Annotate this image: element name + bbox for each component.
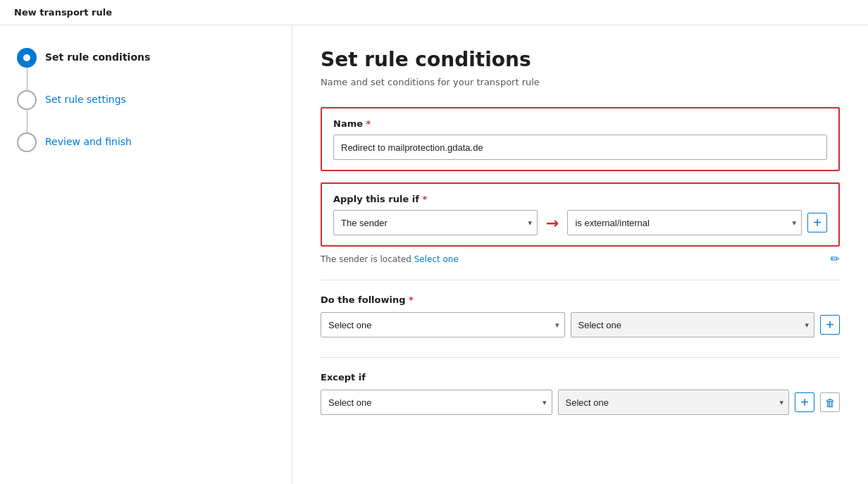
- hint-row: The sender is located Select one ✏: [321, 252, 840, 266]
- name-required-star: *: [363, 118, 371, 129]
- sender-select[interactable]: The sender: [333, 210, 538, 235]
- condition-select[interactable]: is external/internal: [567, 210, 802, 235]
- do-select-2[interactable]: Select one: [571, 312, 815, 337]
- do-following-row: Select one ▾ Select one ▾ +: [321, 312, 840, 337]
- name-input[interactable]: [333, 135, 827, 160]
- except-select-1[interactable]: Select one: [321, 390, 552, 415]
- name-field-label: Name *: [333, 118, 827, 129]
- step-circle-3: [17, 132, 37, 152]
- step-label-3[interactable]: Review and finish: [45, 132, 132, 149]
- page-title: Set rule conditions: [321, 48, 840, 71]
- except-select1-wrapper: Select one ▾: [321, 390, 552, 415]
- except-select2-wrapper: Select one ▾: [558, 390, 790, 415]
- content-area: Set rule conditions Name and set conditi…: [292, 25, 868, 484]
- select-one-link[interactable]: Select one: [414, 254, 459, 264]
- step-item-1: Set rule conditions: [17, 48, 275, 68]
- step-item-3: Review and finish: [17, 132, 275, 152]
- step-item-2: Set rule settings: [17, 90, 275, 110]
- except-if-label: Except if: [321, 372, 840, 383]
- name-section-box: Name *: [321, 107, 840, 171]
- do-following-section: Do the following * Select one ▾ Select o…: [321, 294, 840, 337]
- step-label-1: Set rule conditions: [45, 48, 150, 65]
- except-if-row: Select one ▾ Select one ▾ + 🗑: [321, 390, 840, 415]
- app-container: New transport rule Set rule conditions S…: [0, 0, 868, 484]
- divider-2: [321, 357, 840, 358]
- main-layout: Set rule conditions Set rule settings Re…: [0, 25, 868, 484]
- except-if-plus-button[interactable]: +: [795, 392, 814, 412]
- connector-2: [27, 110, 27, 132]
- step-circle-2: [17, 90, 37, 110]
- title-bar: New transport rule: [0, 0, 868, 25]
- step-circle-1: [17, 48, 37, 68]
- apply-rule-plus-button[interactable]: +: [807, 213, 827, 232]
- do-select-1[interactable]: Select one: [321, 312, 565, 337]
- stepper: Set rule conditions Set rule settings Re…: [17, 48, 275, 152]
- apply-rule-label: Apply this rule if *: [333, 194, 827, 204]
- step-label-2[interactable]: Set rule settings: [45, 90, 126, 107]
- page-subtitle: Name and set conditions for your transpo…: [321, 77, 840, 87]
- do-following-label: Do the following *: [321, 294, 840, 305]
- condition-select-wrapper: is external/internal ▾: [567, 210, 802, 235]
- rule-row: The sender ▾ → is external/internal ▾: [333, 210, 827, 235]
- do-select2-wrapper: Select one ▾: [571, 312, 815, 337]
- sidebar: Set rule conditions Set rule settings Re…: [0, 25, 292, 484]
- except-if-section: Except if Select one ▾ Select one ▾: [321, 372, 840, 415]
- except-if-trash-button[interactable]: 🗑: [820, 392, 840, 412]
- edit-icon[interactable]: ✏: [831, 252, 840, 266]
- connector-1: [27, 68, 27, 90]
- apply-rule-section: Apply this rule if * The sender ▾ →: [321, 182, 840, 247]
- divider-1: [321, 280, 840, 280]
- do-following-plus-button[interactable]: +: [820, 315, 840, 335]
- do-following-required-star: *: [406, 294, 414, 305]
- except-select-2[interactable]: Select one: [558, 390, 790, 415]
- arrow-icon: →: [546, 214, 559, 232]
- sender-select-wrapper: The sender ▾: [333, 210, 538, 235]
- app-title: New transport rule: [14, 7, 112, 18]
- apply-rule-required-star: *: [419, 194, 427, 204]
- do-select1-wrapper: Select one ▾: [321, 312, 565, 337]
- hint-text: The sender is located Select one: [321, 254, 459, 264]
